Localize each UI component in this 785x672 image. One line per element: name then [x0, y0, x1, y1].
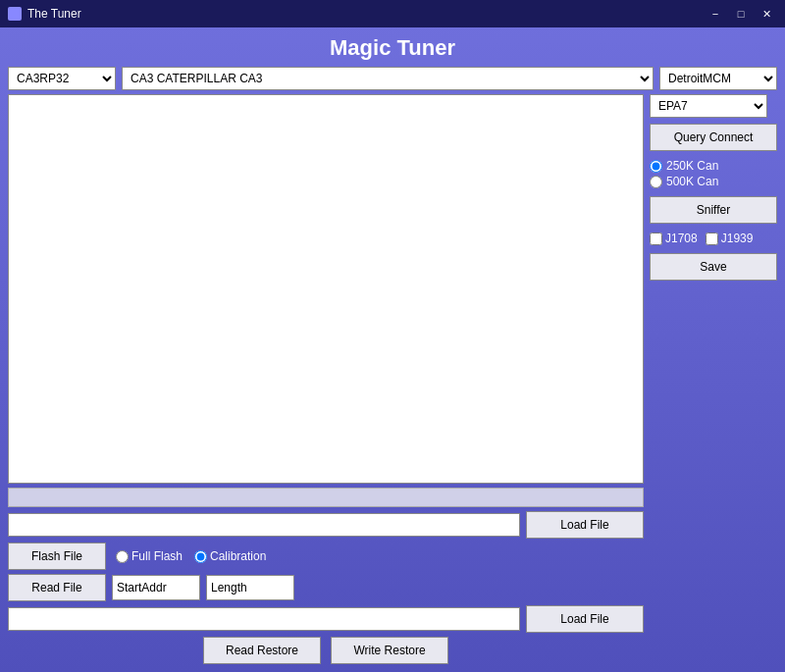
calibration-label: Calibration — [210, 549, 266, 563]
ecm-dropdown[interactable]: DetroitMCM — [659, 67, 777, 90]
radio-250k-label[interactable]: 250K Can — [650, 159, 777, 173]
title-bar-left: The Tuner — [8, 7, 81, 21]
engine-dropdown[interactable]: CA3 CATERPILLAR CA3 — [122, 67, 654, 90]
restore-btn-row: Read Restore Write Restore — [8, 637, 644, 664]
epa-dropdown[interactable]: EPA7 — [650, 94, 767, 118]
flash-row: Flash File Full Flash Calibration — [8, 543, 644, 570]
epa-row: EPA7 — [650, 94, 777, 118]
sniffer-button[interactable]: Sniffer — [650, 196, 777, 224]
minimize-button[interactable]: − — [705, 5, 726, 23]
full-flash-radio-label[interactable]: Full Flash — [116, 549, 183, 563]
start-addr-input[interactable] — [112, 575, 200, 600]
length-input[interactable] — [206, 575, 294, 600]
j1708-checkbox[interactable] — [650, 233, 662, 245]
j1939-checkbox-label[interactable]: J1939 — [706, 232, 754, 245]
restore-file-input[interactable] — [8, 607, 520, 631]
radio-250k[interactable] — [650, 160, 662, 173]
radio-250k-text: 250K Can — [666, 159, 718, 173]
protocol-dropdown[interactable]: CA3RP32 — [8, 67, 116, 90]
j1939-label: J1939 — [721, 232, 754, 245]
flash-section: Flash File Full Flash Calibration — [8, 543, 644, 570]
radio-500k-label[interactable]: 500K Can — [650, 175, 777, 188]
radio-500k[interactable] — [650, 176, 662, 188]
j1939-checkbox[interactable] — [706, 233, 718, 245]
full-flash-label: Full Flash — [131, 549, 183, 563]
left-panel: Load File Flash File Full Flash — [8, 94, 644, 664]
calibration-radio[interactable] — [194, 550, 207, 563]
file-path-input-1[interactable] — [8, 513, 520, 537]
top-row: CA3RP32 CA3 CATERPILLAR CA3 DetroitMCM — [8, 67, 777, 90]
full-flash-radio[interactable] — [116, 550, 129, 563]
calibration-radio-label[interactable]: Calibration — [194, 549, 266, 563]
main-area: Load File Flash File Full Flash — [8, 94, 777, 664]
flash-radio-group: Full Flash Calibration — [116, 549, 266, 563]
log-area — [8, 94, 644, 484]
close-button[interactable]: ✕ — [756, 5, 777, 23]
read-file-button[interactable]: Read File — [8, 574, 106, 601]
j1708-label: J1708 — [665, 232, 698, 245]
title-bar: The Tuner − □ ✕ — [0, 0, 785, 27]
content: CA3RP32 CA3 CATERPILLAR CA3 DetroitMCM — [0, 67, 785, 672]
save-button[interactable]: Save — [650, 253, 777, 281]
can-speed-radio-group: 250K Can 500K Can — [650, 157, 777, 190]
read-restore-button[interactable]: Read Restore — [203, 637, 321, 664]
load-file-button-1[interactable]: Load File — [526, 511, 644, 539]
right-panel: EPA7 Query Connect 250K Can 500K Can — [650, 94, 777, 664]
app-icon — [8, 7, 22, 21]
progress-bar — [8, 488, 644, 507]
window: The Tuner − □ ✕ Magic Tuner CA3RP32 CA3 … — [0, 0, 785, 672]
flash-file-button[interactable]: Flash File — [8, 543, 106, 570]
write-restore-button[interactable]: Write Restore — [331, 637, 448, 664]
protocol-checkbox-row: J1708 J1939 — [650, 230, 777, 247]
j1708-checkbox-label[interactable]: J1708 — [650, 232, 698, 245]
load-file-button-2[interactable]: Load File — [526, 605, 644, 633]
title-bar-controls: − □ ✕ — [705, 5, 777, 23]
app-title: Magic Tuner — [0, 27, 785, 67]
file-row-1: Load File — [8, 511, 644, 539]
restore-file-row: Load File — [8, 605, 644, 633]
read-row: Read File — [8, 574, 644, 601]
radio-500k-text: 500K Can — [666, 175, 718, 188]
window-title: The Tuner — [27, 7, 81, 21]
maximize-button[interactable]: □ — [730, 5, 752, 23]
query-connect-button[interactable]: Query Connect — [650, 124, 777, 151]
